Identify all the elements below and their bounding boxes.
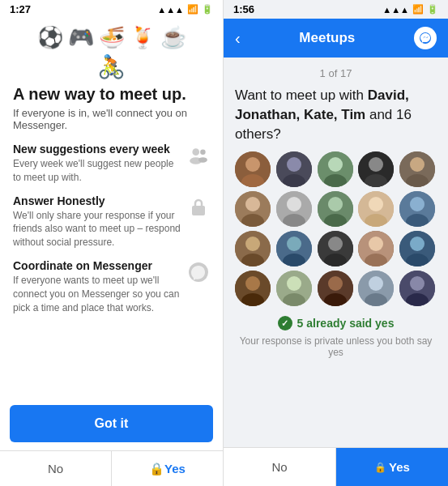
header-title: Meetups [241, 30, 414, 46]
left-content: A new way to meet up. If everyone is in,… [0, 85, 223, 399]
bike-icon: 🚴 [97, 53, 126, 80]
coffee-icon: ☕ [160, 25, 186, 50]
signal-icon: ▲▲▲ [157, 5, 184, 15]
right-bottom-bar: No 🔒 Yes [224, 447, 448, 486]
avatar-14 [358, 231, 394, 266]
messenger-icon-left [187, 261, 210, 284]
avatar-11 [235, 231, 271, 266]
avatar-20 [399, 271, 435, 306]
people-icon [187, 144, 210, 167]
yes-button-left[interactable]: 🔒 Yes [111, 451, 223, 486]
avatar-15 [399, 231, 435, 266]
lock-icon [187, 196, 210, 219]
right-panel: 1:56 ▲▲▲ 📶 🔋 ‹ Meetups 1 of 17 [224, 0, 448, 486]
wifi-icon: 📶 [187, 4, 198, 15]
avatar-16 [235, 271, 271, 306]
left-bottom-bar: No 🔒 Yes [0, 450, 223, 486]
svg-point-56 [287, 276, 301, 291]
avatar-10 [399, 191, 435, 227]
svg-point-17 [369, 157, 383, 172]
bike-emoji-row: 🚴 [0, 52, 223, 85]
feature-desc-coordinate: If everyone wants to meet up we'll conne… [13, 274, 181, 314]
feature-honest: Answer Honestly We'll only share your re… [13, 194, 210, 249]
battery-icon: 🔋 [202, 4, 213, 15]
avatar-4 [358, 151, 394, 187]
svg-point-44 [328, 237, 343, 251]
said-yes-row: ✓ 5 already said yes [235, 316, 437, 330]
avatar-9 [358, 191, 394, 227]
svg-point-8 [245, 157, 260, 172]
avatar-12 [276, 231, 312, 266]
drink-icon: 🍹 [130, 25, 156, 50]
said-yes-text: 5 already said yes [297, 317, 395, 330]
main-subtitle: If everyone is in, we'll connect you on … [13, 107, 210, 131]
feature-coordinate: Coordinate on Messenger If everyone want… [13, 259, 210, 314]
avatar-8 [318, 191, 353, 227]
left-status-bar: 1:27 ▲▲▲ 📶 🔋 [0, 0, 223, 19]
avatar-18 [318, 271, 353, 306]
feature-title-coordinate: Coordinate on Messenger [13, 259, 181, 272]
avatar-1 [235, 151, 271, 187]
right-content: 1 of 17 Want to meet up with David, Jona… [224, 58, 448, 447]
no-button-right[interactable]: No [224, 448, 335, 486]
svg-point-65 [410, 276, 425, 291]
feature-text-coordinate: Coordinate on Messenger If everyone want… [13, 259, 187, 314]
right-time: 1:56 [233, 3, 254, 15]
svg-point-59 [328, 276, 343, 291]
question: Want to meet up with David, Jonathan, Ka… [235, 86, 437, 143]
gamepad-icon: 🎮 [68, 25, 94, 50]
svg-point-0 [192, 148, 199, 156]
feature-desc-honest: We'll only share your response if your f… [13, 209, 181, 249]
avatar-13 [318, 231, 353, 266]
svg-point-14 [328, 157, 343, 172]
right-signal-icon: ▲▲▲ [382, 5, 409, 15]
svg-point-20 [410, 157, 425, 172]
avatar-6 [235, 191, 271, 227]
right-wifi-icon: 📶 [412, 4, 424, 15]
noodle-icon: 🍜 [99, 25, 125, 50]
private-note: Your response is private unless you both… [235, 335, 437, 358]
svg-point-35 [410, 197, 425, 211]
svg-point-32 [369, 197, 383, 211]
avatar-19 [358, 271, 394, 306]
left-status-icons: ▲▲▲ 📶 🔋 [157, 4, 213, 15]
svg-point-11 [287, 157, 301, 172]
lock-yes-icon: 🔒 [374, 462, 386, 473]
counter: 1 of 17 [235, 67, 437, 79]
avatar-7 [276, 191, 312, 227]
svg-point-3 [198, 157, 207, 163]
svg-point-29 [328, 197, 343, 211]
feature-text-honest: Answer Honestly We'll only share your re… [13, 194, 187, 249]
left-time: 1:27 [10, 3, 31, 15]
svg-point-41 [287, 237, 301, 251]
main-title: A new way to meet up. [13, 85, 210, 104]
right-status-bar: 1:56 ▲▲▲ 📶 🔋 [224, 0, 448, 19]
soccer-icon: ⚽ [37, 25, 63, 50]
got-it-button[interactable]: Got it [10, 405, 213, 442]
check-icon: ✓ [278, 316, 292, 330]
svg-point-38 [245, 237, 260, 251]
svg-rect-4 [192, 206, 205, 215]
feature-title-honest: Answer Honestly [13, 194, 181, 207]
question-start: Want to meet up with [235, 87, 364, 103]
svg-point-53 [245, 276, 260, 291]
back-button[interactable]: ‹ [235, 29, 241, 48]
left-panel: 1:27 ▲▲▲ 📶 🔋 ⚽ 🎮 🍜 🍹 ☕ 🚴 A new way to me… [0, 0, 224, 486]
right-status-icons: ▲▲▲ 📶 🔋 [382, 4, 438, 15]
avatars-grid [235, 151, 437, 306]
feature-desc-suggestions: Every week we'll suggest new people to m… [13, 157, 181, 185]
yes-button-right[interactable]: 🔒 Yes [335, 448, 448, 486]
avatar-3 [318, 151, 353, 187]
lock-small-icon: 🔒 [149, 462, 164, 476]
svg-point-26 [287, 197, 301, 211]
feature-title-suggestions: New suggestions every week [13, 143, 181, 156]
feature-suggestions: New suggestions every week Every week we… [13, 143, 210, 185]
right-battery-icon: 🔋 [427, 4, 438, 15]
messenger-header-icon[interactable] [414, 27, 437, 49]
feature-text-suggestions: New suggestions every week Every week we… [13, 143, 187, 185]
right-header: ‹ Meetups [224, 19, 448, 58]
avatar-5 [399, 151, 435, 187]
no-button-left[interactable]: No [0, 451, 111, 486]
avatar-2 [276, 151, 312, 187]
svg-point-50 [410, 237, 425, 251]
